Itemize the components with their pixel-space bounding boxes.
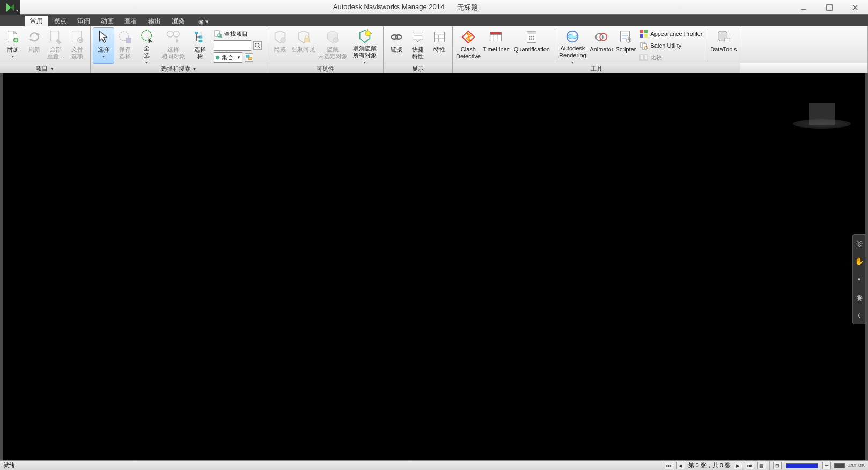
unhide-all-icon xyxy=(356,28,373,44)
file-options-button[interactable]: 文件 选项 xyxy=(67,27,88,64)
ribbon-tabstrip: 常用 视点 审阅 动画 查看 输出 渲染 ◉ ▾ xyxy=(0,15,868,26)
tab-view[interactable]: 查看 xyxy=(119,16,143,26)
sheet-prev-button[interactable]: ◀ xyxy=(676,462,685,469)
tab-home[interactable]: 常用 xyxy=(25,16,48,26)
minimize-button[interactable] xyxy=(791,0,816,15)
scripter-button[interactable]: Scripter xyxy=(614,27,637,64)
close-button[interactable] xyxy=(842,0,868,15)
panel-project-label[interactable]: 项目▼ xyxy=(0,64,90,73)
select-all-button[interactable]: 全 选▾ xyxy=(136,27,157,64)
reset-icon xyxy=(47,28,64,46)
panel-select-search: 选择▾ 保存 选择 全 选▾ 选择 相同对象 选择 树 查找项目 xyxy=(91,26,267,73)
svg-point-63 xyxy=(533,38,535,40)
animator-icon xyxy=(593,28,610,46)
panel-project: 附加▾ 刷新 全部 重置… 文件 选项 项目▼ xyxy=(0,26,91,73)
sets-combo[interactable]: ⊕ 集合 ▼ xyxy=(214,52,242,63)
sheet-first-button[interactable]: ⏮ xyxy=(665,462,673,469)
tab-viewpoint[interactable]: 视点 xyxy=(48,16,72,26)
quantification-button[interactable]: Quantification xyxy=(510,27,554,64)
steering-wheel-icon[interactable]: ◎ xyxy=(855,238,864,248)
tab-help-indicator[interactable]: ◉ ▾ xyxy=(194,17,213,26)
file-options-icon xyxy=(69,28,86,46)
svg-point-14 xyxy=(79,39,82,41)
datatools-icon xyxy=(715,28,732,46)
svg-point-59 xyxy=(531,36,533,38)
quick-properties-button[interactable]: 快捷 特性 xyxy=(407,27,429,64)
sheet-counter: 第 0 张，共 0 张 xyxy=(688,461,731,469)
zoom-icon[interactable]: • xyxy=(855,274,864,284)
select-same-button[interactable]: 选择 相同对象 xyxy=(157,27,189,64)
datatools-button[interactable]: DataTools xyxy=(709,27,738,64)
refresh-icon xyxy=(26,28,43,46)
appearance-profiler-button[interactable]: Appearance Profiler xyxy=(638,28,705,39)
sheet-next-button[interactable]: ▶ xyxy=(734,462,742,469)
svg-rect-3 xyxy=(827,5,832,10)
require-icon xyxy=(295,28,312,46)
svg-line-28 xyxy=(220,36,222,38)
sheet-last-button[interactable]: ⏭ xyxy=(746,462,754,469)
svg-rect-34 xyxy=(305,38,309,42)
tab-render[interactable]: 渲染 xyxy=(166,16,190,26)
title-bar: ▾ Autodesk Navisworks Manage 2014 无标题 xyxy=(0,0,868,15)
appearance-icon xyxy=(639,29,648,38)
select-button[interactable]: 选择▾ xyxy=(93,27,114,64)
search-small-icon[interactable] xyxy=(253,41,262,50)
progress-bar xyxy=(786,463,818,468)
append-button[interactable]: 附加▾ xyxy=(2,27,24,64)
properties-button[interactable]: 特性 xyxy=(429,27,450,64)
svg-point-41 xyxy=(395,35,401,39)
save-selection-icon xyxy=(116,28,134,46)
perf-button-2[interactable]: ☱ xyxy=(822,462,831,469)
compare-button[interactable]: 比较 xyxy=(638,52,705,63)
selection-tree-button[interactable]: 选择 树 xyxy=(189,27,211,64)
panel-empty xyxy=(740,26,868,73)
viewcube[interactable] xyxy=(809,103,835,125)
panel-tools-label: 工具 xyxy=(453,64,740,73)
hide-unselected-icon xyxy=(324,28,341,46)
sheet-browser-button[interactable]: ▦ xyxy=(757,462,766,469)
timeliner-button[interactable]: TimeLiner xyxy=(482,27,510,64)
viewport-3d[interactable]: ◎ ✋ • ◉ ⤹ xyxy=(3,73,865,460)
reset-all-button[interactable]: 全部 重置… xyxy=(45,27,67,64)
tab-output[interactable]: 输出 xyxy=(143,16,166,26)
batch-utility-button[interactable]: Batch Utility xyxy=(638,40,705,51)
animator-button[interactable]: Animator xyxy=(589,27,614,64)
orbit-icon[interactable]: ◉ xyxy=(855,293,864,302)
perf-button-1[interactable]: ⊟ xyxy=(773,462,782,469)
status-bar: 就绪 ⏮ ◀ 第 0 张，共 0 张 ▶ ⏭ ▦ ⊟ ☱ 430 MB xyxy=(0,460,868,470)
autodesk-rendering-button[interactable]: Autodesk Rendering▾ xyxy=(556,27,589,64)
svg-point-37 xyxy=(365,31,370,36)
svg-point-29 xyxy=(255,43,259,47)
tab-review[interactable]: 审阅 xyxy=(72,16,95,26)
panel-select-search-label[interactable]: 选择和搜索▼ xyxy=(91,64,267,73)
svg-point-58 xyxy=(529,36,531,38)
look-icon[interactable]: ⤹ xyxy=(855,311,864,320)
panel-visibility-label: 可见性 xyxy=(267,64,383,73)
pan-icon[interactable]: ✋ xyxy=(855,256,864,266)
svg-rect-53 xyxy=(490,32,502,35)
hide-unselected-button[interactable]: 隐藏 未选定对象 xyxy=(317,27,349,64)
save-selection-button[interactable]: 保存 选择 xyxy=(114,27,136,64)
quick-find-input[interactable] xyxy=(214,40,251,51)
compare-icon xyxy=(639,53,648,62)
panel-visibility: 隐藏 强制可见 隐藏 未选定对象 取消隐藏 所有对象▾ 可见性 xyxy=(267,26,384,73)
sets-row: ⊕ 集合 ▼ xyxy=(212,52,263,63)
refresh-button[interactable]: 刷新 xyxy=(24,27,45,64)
application-menu-button[interactable]: ▾ xyxy=(0,0,20,15)
require-button[interactable]: 强制可见 xyxy=(291,27,317,64)
viewcube-area[interactable] xyxy=(789,100,854,148)
find-items-button[interactable]: 查找项目 xyxy=(212,28,263,39)
links-button[interactable]: 链接 xyxy=(386,27,407,64)
svg-rect-71 xyxy=(644,30,648,33)
svg-rect-23 xyxy=(195,32,198,34)
sets-icon[interactable] xyxy=(245,53,253,62)
unhide-all-button[interactable]: 取消隐藏 所有对象▾ xyxy=(349,27,381,64)
svg-rect-25 xyxy=(199,40,202,42)
hide-button[interactable]: 隐藏 xyxy=(269,27,291,64)
tab-animation[interactable]: 动画 xyxy=(95,16,119,26)
append-icon xyxy=(4,28,21,46)
maximize-button[interactable] xyxy=(816,0,842,15)
batch-icon xyxy=(639,41,648,50)
clash-detective-button[interactable]: Clash Detective xyxy=(455,27,482,64)
svg-rect-24 xyxy=(199,36,202,38)
